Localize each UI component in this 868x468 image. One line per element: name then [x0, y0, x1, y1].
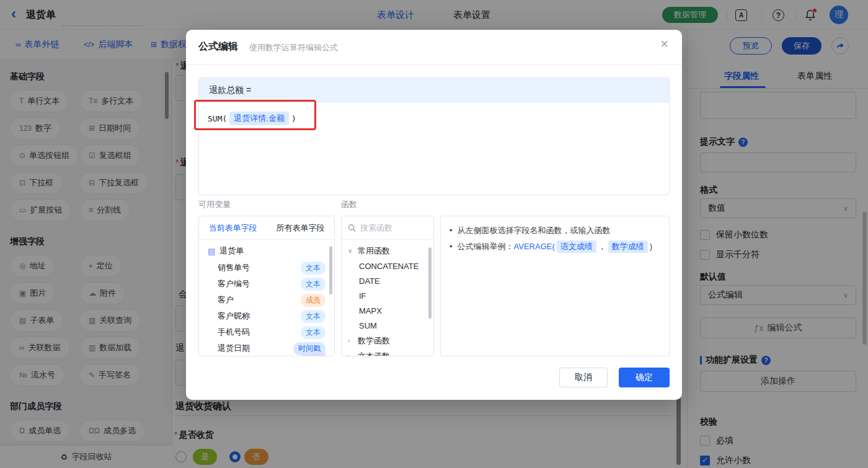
tips-panel: • 从左侧面板选择字段名和函数，或输入函数 • 公式编辑举例：AVERAGE(语…	[440, 216, 670, 356]
form-icon: ▤	[208, 247, 215, 256]
function-search-input[interactable]	[360, 223, 422, 232]
variable-type-badge: 文本	[301, 310, 326, 323]
variables-label: 可用变量	[198, 199, 231, 210]
group-label: 文本函数	[358, 351, 390, 357]
variable-row[interactable]: 客户昵称 文本	[199, 308, 334, 324]
function-items: CONCATENATE DATE IF MAPX SUM	[342, 258, 433, 333]
search-icon	[348, 224, 356, 232]
formula-function-close: )	[291, 114, 296, 123]
tip-prefix: 公式编辑举例：	[458, 242, 514, 251]
variables-root-node[interactable]: ▤ 退货单	[199, 242, 334, 260]
functions-label: 函数	[341, 199, 357, 210]
function-item[interactable]: CONCATENATE	[342, 258, 433, 273]
formula-target: 退款总额 =	[209, 85, 251, 96]
function-search[interactable]	[342, 216, 433, 240]
app-root: ‹ 退货单 表单设计 表单设置 数据管理 A ? 理 ∞ 表单外链 </> 后端…	[0, 0, 868, 468]
formula-expression[interactable]: SUM( 退货详情.金额 )	[199, 103, 669, 134]
formula-function-open: SUM(	[208, 114, 227, 123]
tab-current-form-fields[interactable]: 当前表单字段	[199, 216, 267, 239]
tip-line-1: • 从左侧面板选择字段名和函数，或输入函数	[450, 223, 660, 239]
formula-target-bar: 退款总额 =	[199, 78, 669, 103]
variable-name: 退货日期	[218, 343, 250, 354]
chevron-right-icon: ›	[348, 337, 354, 344]
variable-row[interactable]: 销售单号 文本	[199, 260, 334, 276]
bullet: •	[450, 223, 453, 239]
function-group-common[interactable]: ∨ 常用函数	[342, 243, 433, 258]
variable-row[interactable]: 手机号码 文本	[199, 324, 334, 340]
variable-name: 客户	[218, 294, 234, 306]
function-name: MAPX	[359, 306, 382, 316]
variable-type-badge: 文本	[301, 262, 326, 275]
chevron-right-icon: ›	[348, 353, 354, 356]
group-label: 常用函数	[358, 245, 390, 257]
function-item[interactable]: MAPX	[342, 303, 433, 318]
functions-scrollbar[interactable]	[428, 247, 432, 319]
variable-type-badge: 文本	[301, 326, 326, 339]
function-item[interactable]: SUM	[342, 318, 433, 333]
cancel-button[interactable]: 取消	[559, 368, 608, 387]
formula-edit-modal: 公式编辑 使用数学运算符编辑公式 × 退款总额 = SUM( 退货详情.金额 )…	[186, 30, 682, 400]
root-label: 退货单	[219, 245, 244, 257]
function-name: IF	[359, 291, 366, 301]
tip-comma: ，	[598, 242, 606, 251]
function-item[interactable]: IF	[342, 288, 433, 303]
group-label: 数学函数	[358, 335, 390, 347]
formula-editor[interactable]: 退款总额 = SUM( 退货详情.金额 )	[198, 77, 670, 195]
tip-close-paren: )	[650, 242, 652, 251]
variable-name: 客户编号	[218, 278, 250, 289]
modal-subtitle: 使用数学运算符编辑公式	[249, 42, 338, 53]
function-name: CONCATENATE	[359, 262, 418, 271]
variable-row[interactable]: 客户 成员	[199, 292, 334, 308]
variable-row[interactable]: 客户编号 文本	[199, 276, 334, 292]
variable-name: 销售单号	[218, 262, 250, 273]
tip-field-pill: 语文成绩	[557, 241, 596, 253]
functions-panel: ∨ 常用函数 CONCATENATE DATE IF	[341, 216, 434, 356]
variable-name: 手机号码	[218, 327, 250, 338]
function-group-math[interactable]: › 数学函数	[342, 333, 433, 348]
tip-function: AVERAGE(	[514, 242, 555, 251]
formula-field-pill[interactable]: 退货详情.金额	[229, 112, 289, 125]
function-name: SUM	[359, 321, 377, 330]
variables-scrollbar[interactable]	[329, 246, 332, 294]
variables-tabs: 当前表单字段 所有表单字段	[199, 216, 334, 240]
function-group-text[interactable]: › 文本函数	[342, 348, 433, 356]
close-icon[interactable]: ×	[660, 37, 668, 51]
function-name: DATE	[359, 276, 380, 286]
variable-name: 客户昵称	[218, 311, 250, 322]
variable-type-badge: 文本	[301, 278, 326, 291]
confirm-button[interactable]: 确定	[619, 368, 670, 387]
variables-panel: 当前表单字段 所有表单字段 ▤ 退货单 销售单号 文本 客户编号 文本	[198, 216, 335, 356]
tab-all-form-fields[interactable]: 所有表单字段	[267, 216, 334, 239]
variable-type-badge: 成员	[301, 294, 326, 307]
bullet: •	[450, 239, 453, 255]
modal-title: 公式编辑	[198, 40, 238, 53]
tip-line-2: • 公式编辑举例：AVERAGE(语文成绩，数学成绩)	[450, 239, 660, 255]
tip-field-pill: 数学成绩	[608, 241, 648, 253]
chevron-down-icon: ∨	[348, 247, 354, 254]
clipped-next-badge	[302, 353, 326, 356]
divider	[186, 64, 682, 65]
variables-list: 销售单号 文本 客户编号 文本 客户 成员 客户昵称	[199, 260, 334, 356]
function-item[interactable]: DATE	[342, 273, 433, 288]
